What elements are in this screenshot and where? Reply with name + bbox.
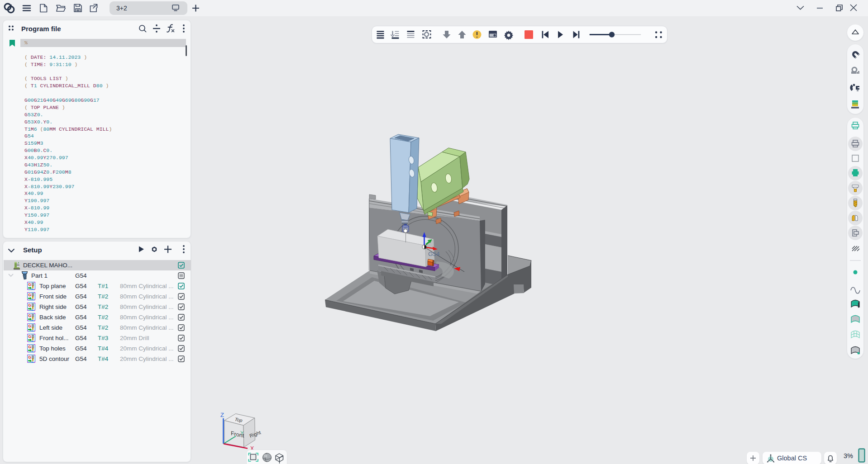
svg-text:G54: G54: [428, 251, 440, 257]
svg-text:Z: Z: [220, 412, 224, 418]
svg-text:Y: Y: [240, 430, 244, 436]
